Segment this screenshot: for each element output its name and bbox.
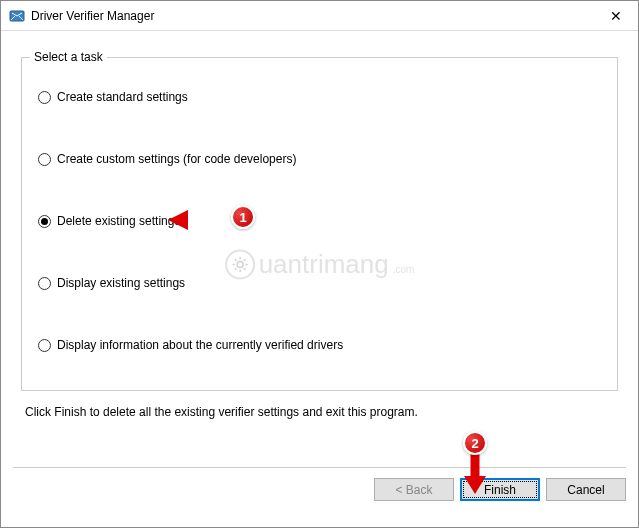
app-icon xyxy=(9,8,25,24)
radio-label: Delete existing settings xyxy=(57,214,180,228)
radio-create-standard[interactable]: Create standard settings xyxy=(38,90,605,104)
radio-icon xyxy=(38,277,51,290)
callout-2: 2 xyxy=(463,431,487,455)
radio-icon xyxy=(38,153,51,166)
radio-icon xyxy=(38,339,51,352)
radio-display-info[interactable]: Display information about the currently … xyxy=(38,338,605,352)
radio-label: Create custom settings (for code develop… xyxy=(57,152,296,166)
cancel-button[interactable]: Cancel xyxy=(546,478,626,501)
radio-label: Display existing settings xyxy=(57,276,185,290)
radio-create-custom[interactable]: Create custom settings (for code develop… xyxy=(38,152,605,166)
finish-button[interactable]: Finish xyxy=(460,478,540,501)
radio-icon xyxy=(38,215,51,228)
window-title: Driver Verifier Manager xyxy=(31,9,154,23)
task-groupbox: Select a task Create standard settings C… xyxy=(21,57,618,391)
radio-display-existing[interactable]: Display existing settings xyxy=(38,276,605,290)
back-button: < Back xyxy=(374,478,454,501)
content-area: Select a task Create standard settings C… xyxy=(1,31,638,419)
radio-delete-existing[interactable]: Delete existing settings xyxy=(38,214,605,228)
groupbox-legend: Select a task xyxy=(30,50,107,64)
close-button[interactable]: ✕ xyxy=(593,1,638,31)
close-icon: ✕ xyxy=(610,8,622,24)
button-row: < Back Finish Cancel xyxy=(1,468,638,501)
radio-label: Display information about the currently … xyxy=(57,338,343,352)
hint-text: Click Finish to delete all the existing … xyxy=(25,405,614,419)
radio-icon xyxy=(38,91,51,104)
titlebar: Driver Verifier Manager ✕ xyxy=(1,1,638,31)
radio-label: Create standard settings xyxy=(57,90,188,104)
